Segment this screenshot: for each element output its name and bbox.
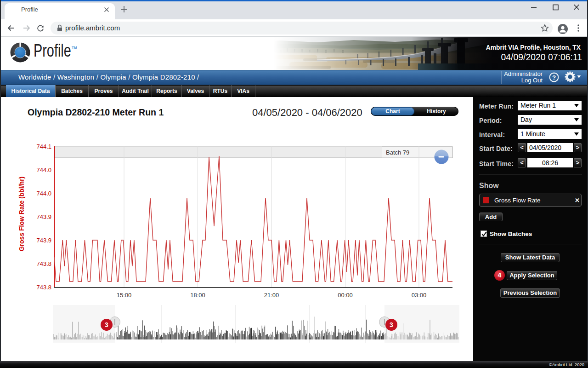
svg-text:18:00: 18:00 [190, 292, 205, 299]
svg-text:743.8: 743.8 [36, 260, 51, 267]
svg-text:3: 3 [390, 321, 393, 328]
svg-text:00:00: 00:00 [338, 292, 353, 299]
svg-text:?: ? [552, 74, 556, 81]
svg-text:743.8: 743.8 [36, 284, 51, 291]
svg-text:03:00: 03:00 [412, 292, 427, 299]
svg-text:3: 3 [105, 321, 108, 328]
svg-text:744.1: 744.1 [36, 143, 51, 150]
svg-text:15:00: 15:00 [117, 292, 132, 299]
svg-text:743.9: 743.9 [36, 237, 51, 244]
svg-text:Batch 79: Batch 79 [386, 149, 409, 156]
svg-text:744.0: 744.0 [36, 190, 51, 197]
svg-text:743.9: 743.9 [36, 213, 51, 220]
svg-text:744.0: 744.0 [36, 167, 51, 173]
svg-text:21:00: 21:00 [264, 292, 279, 299]
svg-text:Gross Flow Rate (bbl/hr): Gross Flow Rate (bbl/hr) [18, 177, 25, 252]
